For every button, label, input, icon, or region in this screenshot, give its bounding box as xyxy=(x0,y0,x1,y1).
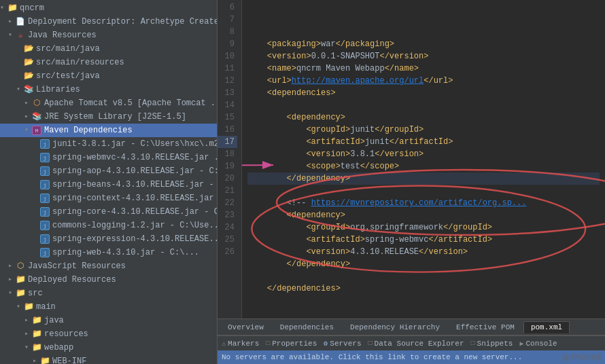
tree-item-main[interactable]: 📁main xyxy=(0,300,217,314)
status-label-markers: Markers xyxy=(228,340,259,348)
pom-tab-dependency-hierarchy[interactable]: Dependency Hierarchy xyxy=(343,321,447,333)
code-line-6: <packaging>war</packaging> xyxy=(247,38,600,50)
tree-item-spring-web-jar[interactable]: jspring-web-4.3.10.jar - C:\... xyxy=(0,246,217,259)
code-line-13: <groupId>junit</groupId> xyxy=(247,124,600,136)
js-icon: ⬡ xyxy=(15,261,26,272)
tree-arrow[interactable] xyxy=(8,274,15,286)
tree-arrow[interactable] xyxy=(8,16,15,28)
tree-label: webapp xyxy=(44,342,73,354)
line-number-16: 16 xyxy=(218,124,237,136)
line-number-13: 13 xyxy=(218,87,237,99)
editor-area: 67891011121314151617181920212223242526 <… xyxy=(218,0,605,318)
tree-arrow[interactable] xyxy=(16,301,23,313)
tree-item-spring-core-jar[interactable]: jspring-core-4.3.10.RELEASE.jar - C\... xyxy=(0,205,217,219)
tree-label: spring-web-4.3.10.jar - C:\... xyxy=(52,247,199,259)
folder-icon: 📁 xyxy=(31,315,42,326)
tree-item-spring-beans-jar[interactable]: jspring-beans-4.3.10.RELEASE.jar - ... xyxy=(0,178,217,192)
code-line-21: <groupId>org.springframework</groupId> xyxy=(247,221,600,234)
pom-tab-overview[interactable]: Overview xyxy=(220,321,271,333)
tree-arrow[interactable] xyxy=(8,29,15,41)
tree-arrow[interactable] xyxy=(24,111,31,123)
tree-item-qncrm[interactable]: 📁qncrm xyxy=(0,1,217,15)
code-line-24: </dependency> xyxy=(247,258,600,270)
code-line-26: </dependencies> xyxy=(247,283,600,295)
status-item-servers[interactable]: ⚙Servers xyxy=(324,340,361,348)
tree-item-src-main-resources[interactable]: 📂src/main/resources xyxy=(0,56,217,69)
tree-label: src/test/java xyxy=(36,70,100,82)
tree-item-java[interactable]: 📁java xyxy=(0,314,217,327)
tomcat-icon: ⬡ xyxy=(31,98,42,109)
pom-tabs[interactable]: OverviewDependenciesDependency Hierarchy… xyxy=(218,319,605,335)
markers-icon: ⚠ xyxy=(222,340,226,348)
status-item-data-source-explorer[interactable]: □Data Source Explorer xyxy=(368,340,464,348)
tree-label: spring-aop-4.3.10.RELEASE.jar - C:\... xyxy=(52,165,217,177)
code-line-25 xyxy=(247,270,600,283)
lib-icon: 📚 xyxy=(23,84,34,95)
tree-arrow[interactable] xyxy=(8,260,15,272)
pom-tab-effective-pom[interactable]: Effective POM xyxy=(449,321,522,333)
tree-item-libraries[interactable]: 📚Libraries xyxy=(0,83,217,96)
status-label-servers: Servers xyxy=(330,340,361,348)
tree-item-spring-expression-jar[interactable]: jspring-expression-4.3.10.RELEASE... xyxy=(0,232,217,246)
project-tree[interactable]: 📁qncrm📄Deployment Descriptor: Archetype … xyxy=(0,0,217,364)
tree-item-jre-system[interactable]: 📚JRE System Library [J2SE-1.5] xyxy=(0,110,217,124)
code-line-8: <name>qncrm Maven Webapp</name> xyxy=(247,62,600,75)
jar-icon: j xyxy=(39,193,50,204)
src-icon: 📂 xyxy=(23,71,34,81)
folder-icon: 📁 xyxy=(23,302,34,312)
tree-arrow[interactable] xyxy=(24,328,31,340)
line-number-8: 8 xyxy=(218,26,237,38)
jar-icon: j xyxy=(39,166,50,177)
project-icon: 📁 xyxy=(7,3,18,14)
line-number-18: 18 xyxy=(218,148,237,160)
pom-tab-pom.xml[interactable]: pom.xml xyxy=(523,321,570,333)
tree-item-js-resources[interactable]: ⬡JavaScript Resources xyxy=(0,259,217,273)
tree-arrow[interactable] xyxy=(24,342,31,354)
tree-arrow[interactable] xyxy=(33,355,39,364)
status-item-markers[interactable]: ⚠Markers xyxy=(222,340,259,348)
line-number-25: 25 xyxy=(218,234,237,246)
jar-icon: j xyxy=(39,206,50,217)
lib-icon: 📚 xyxy=(31,111,42,122)
tree-item-resources[interactable]: 📁resources xyxy=(0,327,217,341)
jar-icon: j xyxy=(39,220,50,231)
tree-item-junit-jar[interactable]: jjunit-3.8.1.jar - C:\Users\hxc\.m2\r... xyxy=(0,137,217,151)
tree-arrow[interactable] xyxy=(8,287,15,299)
editor-bottom: OverviewDependenciesDependency Hierarchy… xyxy=(218,318,605,364)
properties-icon: □ xyxy=(266,340,270,347)
tree-arrow[interactable] xyxy=(16,84,23,96)
code-line-18 xyxy=(247,185,600,197)
tree-item-src-main-java[interactable]: 📂src/main/java xyxy=(0,42,217,56)
tree-item-commons-logging-jar[interactable]: jcommons-logging-1.2.jar - C:\Use... xyxy=(0,219,217,232)
tree-item-src-test-java[interactable]: 📂src/test/java xyxy=(0,69,217,83)
tree-item-java-resources[interactable]: ☕Java Resources xyxy=(0,29,217,42)
code-line-15: <version>3.8.1</version> xyxy=(247,148,600,160)
tree-arrow[interactable] xyxy=(24,97,31,109)
tree-item-web-inf[interactable]: 📁WEB-INF xyxy=(0,354,217,364)
code-line-10: <dependencies> xyxy=(247,87,600,99)
tree-item-spring-webmvc-jar[interactable]: jspring-webmvc-4.3.10.RELEASE.jar ... xyxy=(0,151,217,164)
line-number-24: 24 xyxy=(218,221,237,234)
tree-item-spring-context-jar[interactable]: jspring-context-4.3.10.RELEASE.jar ... xyxy=(0,192,217,205)
status-bar[interactable]: ⚠Markers□Properties⚙Servers□Data Source … xyxy=(218,335,605,350)
tree-item-deployment[interactable]: 📄Deployment Descriptor: Archetype Create… xyxy=(0,15,217,29)
status-item-console[interactable]: ▶Console xyxy=(519,340,557,348)
tree-arrow[interactable] xyxy=(24,124,31,136)
tree-item-spring-aop-jar[interactable]: jspring-aop-4.3.10.RELEASE.jar - C:\... xyxy=(0,164,217,178)
tree-item-apache-tomcat[interactable]: ⬡Apache Tomcat v8.5 [Apache Tomcat ... xyxy=(0,96,217,110)
tree-arrow[interactable] xyxy=(24,314,31,327)
tree-item-webapp[interactable]: 📁webapp xyxy=(0,341,217,354)
status-item-snippets[interactable]: □Snippets xyxy=(471,340,513,348)
tree-label: Maven Dependencies xyxy=(44,124,133,136)
code-line-7: <version>0.0.1-SNAPSHOT</version> xyxy=(247,50,600,62)
code-content[interactable]: <packaging>war</packaging> <version>0.0.… xyxy=(242,0,605,318)
tree-item-src[interactable]: 📁src xyxy=(0,287,217,300)
tree-arrow[interactable] xyxy=(0,2,7,14)
tree-item-deployed-resources[interactable]: 📁Deployed Resources xyxy=(0,273,217,287)
tree-item-maven-deps[interactable]: MMaven Dependencies xyxy=(0,124,217,137)
pom-tab-dependencies[interactable]: Dependencies xyxy=(273,321,341,333)
status-item-properties[interactable]: □Properties xyxy=(266,340,317,348)
line-number-10: 10 xyxy=(218,50,237,62)
tree-label: Libraries xyxy=(36,84,80,96)
line-numbers: 67891011121314151617181920212223242526 xyxy=(218,0,242,318)
